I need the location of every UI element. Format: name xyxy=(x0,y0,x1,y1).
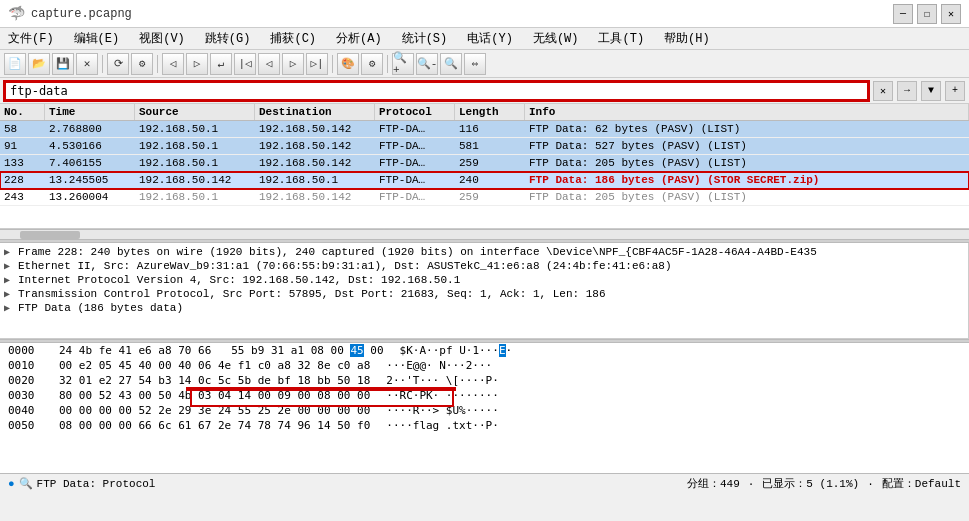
status-right: 分组：449 · 已显示：5 (1.1%) · 配置：Default xyxy=(687,476,961,491)
hex-row-0030: 0030 80 00 52 43 00 50 4b 03 04 14 00 09… xyxy=(0,388,969,403)
packet-list: No. Time Source Destination Protocol Len… xyxy=(0,104,969,229)
toolbar-forward[interactable]: ▷ xyxy=(186,53,208,75)
detail-pane: ▶ Frame 228: 240 bytes on wire (1920 bit… xyxy=(0,243,969,339)
expand-frame-icon[interactable]: ▶ xyxy=(4,246,14,258)
toolbar-sep3 xyxy=(332,55,333,73)
hex-ascii: $K·A··pf U·1···E· xyxy=(400,344,513,357)
cell-proto: FTP-DA… xyxy=(375,189,455,205)
packet-row[interactable]: 91 4.530166 192.168.50.1 192.168.50.142 … xyxy=(0,138,969,155)
detail-ethernet-text: Ethernet II, Src: AzureWav_b9:31:a1 (70:… xyxy=(18,260,672,272)
filter-clear[interactable]: ✕ xyxy=(873,81,893,101)
detail-row-ftp[interactable]: ▶ FTP Data (186 bytes data) xyxy=(0,301,968,315)
detail-row-frame[interactable]: ▶ Frame 228: 240 bytes on wire (1920 bit… xyxy=(0,245,968,259)
hscroll-thumb[interactable] xyxy=(20,231,80,239)
hex-ascii: ····R··> $U%····· xyxy=(386,404,499,417)
menu-capture[interactable]: 捕获(C) xyxy=(266,29,320,48)
filter-dropdown[interactable]: ▼ xyxy=(921,81,941,101)
cell-time: 2.768800 xyxy=(45,121,135,137)
hex-row-0040: 0040 00 00 00 00 52 2e 29 3e 24 55 25 2e… xyxy=(0,403,969,418)
packet-row-selected[interactable]: 228 13.245505 192.168.50.142 192.168.50.… xyxy=(0,172,969,189)
menu-go[interactable]: 跳转(G) xyxy=(201,29,255,48)
status-icon2: 🔍 xyxy=(19,477,33,490)
cell-proto: FTP-DA… xyxy=(375,121,455,137)
cell-dst: 192.168.50.1 xyxy=(255,172,375,188)
filter-apply[interactable]: → xyxy=(897,81,917,101)
hex-ascii: ···E@@· N···2··· xyxy=(386,359,492,372)
toolbar-sep4 xyxy=(387,55,388,73)
toolbar-open[interactable]: 📂 xyxy=(28,53,50,75)
hex-row-0010: 0010 00 e2 05 45 40 00 40 06 4e f1 c0 a8… xyxy=(0,358,969,373)
detail-frame-text: Frame 228: 240 bytes on wire (1920 bits)… xyxy=(18,246,817,258)
packet-list-hscroll[interactable] xyxy=(0,229,969,239)
cell-time: 4.530166 xyxy=(45,138,135,154)
toolbar-last[interactable]: ▷| xyxy=(306,53,328,75)
status-sep2: · xyxy=(867,478,874,490)
detail-ftp-text: FTP Data (186 bytes data) xyxy=(18,302,183,314)
cell-len: 259 xyxy=(455,189,525,205)
hex-bytes: 08 00 00 00 66 6c 61 67 2e 74 78 74 96 1… xyxy=(59,419,370,432)
maximize-button[interactable]: ☐ xyxy=(917,4,937,24)
toolbar-new[interactable]: 📄 xyxy=(4,53,26,75)
menu-help[interactable]: 帮助(H) xyxy=(660,29,714,48)
cell-info: FTP Data: 62 bytes (PASV) (LIST) xyxy=(525,121,969,137)
menu-analyze[interactable]: 分析(A) xyxy=(332,29,386,48)
packet-row[interactable]: 243 13.260004 192.168.50.1 192.168.50.14… xyxy=(0,189,969,206)
packet-row[interactable]: 58 2.768800 192.168.50.1 192.168.50.142 … xyxy=(0,121,969,138)
close-button[interactable]: ✕ xyxy=(941,4,961,24)
toolbar-capture-options[interactable]: ⚙ xyxy=(131,53,153,75)
expand-ip-icon[interactable]: ▶ xyxy=(4,274,14,286)
detail-tcp-text: Transmission Control Protocol, Src Port:… xyxy=(18,288,606,300)
menu-stats[interactable]: 统计(S) xyxy=(398,29,452,48)
cell-no: 58 xyxy=(0,121,45,137)
packet-row[interactable]: 133 7.406155 192.168.50.1 192.168.50.142… xyxy=(0,155,969,172)
toolbar-goto[interactable]: ↵ xyxy=(210,53,232,75)
expand-ethernet-icon[interactable]: ▶ xyxy=(4,260,14,272)
filter-add[interactable]: + xyxy=(945,81,965,101)
toolbar-save[interactable]: 💾 xyxy=(52,53,74,75)
cell-dst: 192.168.50.142 xyxy=(255,138,375,154)
cell-src: 192.168.50.1 xyxy=(135,138,255,154)
toolbar-back[interactable]: ◁ xyxy=(162,53,184,75)
menu-edit[interactable]: 编辑(E) xyxy=(70,29,124,48)
hex-bytes: 32 01 e2 27 54 b3 14 0c 5c 5b de bf 18 b… xyxy=(59,374,370,387)
toolbar-next[interactable]: ▷ xyxy=(282,53,304,75)
hex-bytes: 00 00 00 00 52 2e 29 3e 24 55 25 2e 00 0… xyxy=(59,404,370,417)
hex-bytes: 24 4b fe 41 e6 a8 70 66 55 b9 31 a1 08 0… xyxy=(59,344,384,357)
expand-tcp-icon[interactable]: ▶ xyxy=(4,288,14,300)
minimize-button[interactable]: — xyxy=(893,4,913,24)
toolbar-close[interactable]: ✕ xyxy=(76,53,98,75)
detail-row-ethernet[interactable]: ▶ Ethernet II, Src: AzureWav_b9:31:a1 (7… xyxy=(0,259,968,273)
toolbar-prefs[interactable]: ⚙ xyxy=(361,53,383,75)
cell-src: 192.168.50.1 xyxy=(135,121,255,137)
hex-bytes: 80 00 52 43 00 50 4b 03 04 14 00 09 00 0… xyxy=(59,389,370,402)
toolbar-color[interactable]: 🎨 xyxy=(337,53,359,75)
detail-row-ip[interactable]: ▶ Internet Protocol Version 4, Src: 192.… xyxy=(0,273,968,287)
menu-tools[interactable]: 工具(T) xyxy=(594,29,648,48)
menu-phone[interactable]: 电话(Y) xyxy=(463,29,517,48)
cell-dst: 192.168.50.142 xyxy=(255,155,375,171)
cell-no: 133 xyxy=(0,155,45,171)
filter-input[interactable] xyxy=(4,81,869,101)
col-time: Time xyxy=(45,104,135,120)
toolbar-first[interactable]: |◁ xyxy=(234,53,256,75)
toolbar-sep2 xyxy=(157,55,158,73)
title-bar-left: 🦈 capture.pcapng xyxy=(8,5,132,22)
toolbar-reload[interactable]: ⟳ xyxy=(107,53,129,75)
toolbar-prev[interactable]: ◁ xyxy=(258,53,280,75)
detail-row-tcp[interactable]: ▶ Transmission Control Protocol, Src Por… xyxy=(0,287,968,301)
toolbar-zoom-out[interactable]: 🔍- xyxy=(416,53,438,75)
menu-wireless[interactable]: 无线(W) xyxy=(529,29,583,48)
toolbar-zoom-in[interactable]: 🔍+ xyxy=(392,53,414,75)
toolbar-resize[interactable]: ⇔ xyxy=(464,53,486,75)
hex-offset: 0040 xyxy=(8,404,43,417)
col-info: Info xyxy=(525,104,969,120)
menu-view[interactable]: 视图(V) xyxy=(135,29,189,48)
cell-dst: 192.168.50.142 xyxy=(255,189,375,205)
menu-file[interactable]: 文件(F) xyxy=(4,29,58,48)
hex-highlight: 45 xyxy=(350,344,363,357)
status-left: ● 🔍 FTP Data: Protocol xyxy=(8,477,155,490)
title-bar-controls: — ☐ ✕ xyxy=(893,4,961,24)
toolbar-zoom-reset[interactable]: 🔍 xyxy=(440,53,462,75)
expand-ftp-icon[interactable]: ▶ xyxy=(4,302,14,314)
cell-len: 581 xyxy=(455,138,525,154)
